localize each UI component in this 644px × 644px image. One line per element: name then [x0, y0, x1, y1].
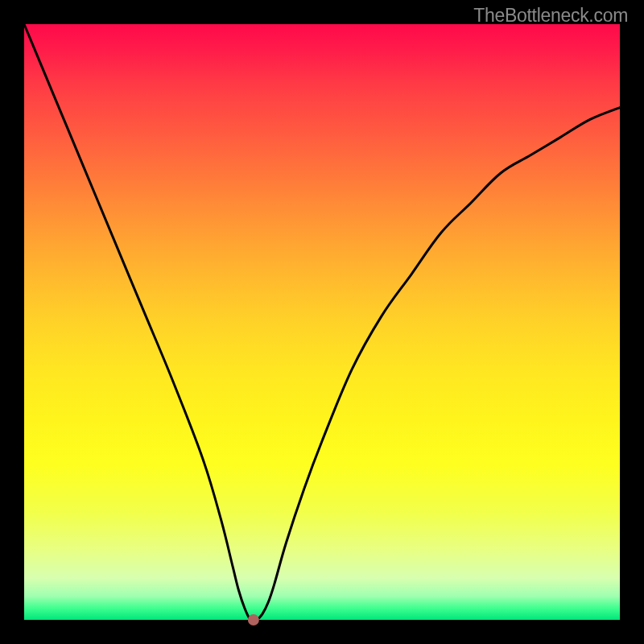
bottleneck-curve [24, 24, 620, 621]
watermark-text: TheBottleneck.com [473, 5, 628, 27]
chart-container: TheBottleneck.com [0, 0, 644, 644]
chart-svg [24, 24, 620, 620]
plot-area [24, 24, 620, 620]
minimum-marker [248, 614, 259, 625]
